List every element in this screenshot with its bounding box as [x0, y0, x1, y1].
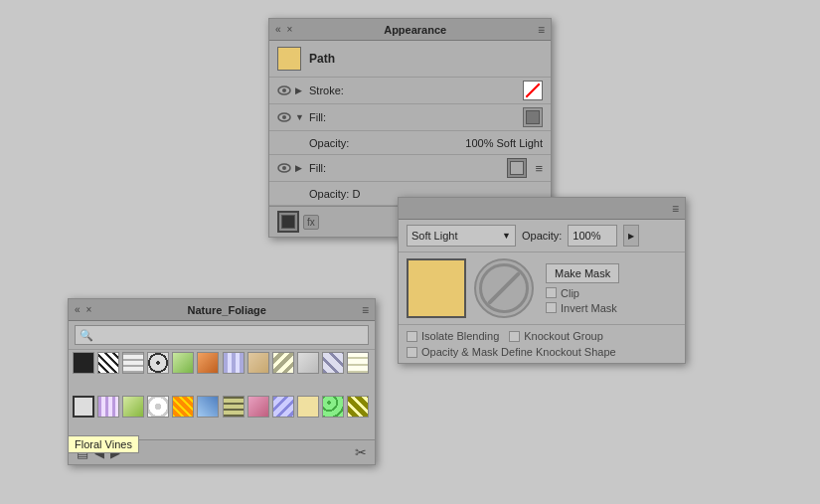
opacity-mask-label: Opacity & Mask Define Knockout Shape: [421, 346, 616, 358]
isolate-blending-checkbox[interactable]: [407, 331, 417, 342]
stroke-expand-arrow[interactable]: ▶: [295, 85, 305, 95]
pattern-item[interactable]: [147, 352, 169, 374]
stroke-visibility-icon[interactable]: [277, 85, 291, 95]
invert-mask-checkbox[interactable]: [546, 302, 557, 313]
pattern-item[interactable]: [97, 352, 119, 374]
blend-panel: ≡ Soft Light ▼ Opacity: 100% ▶ Make Mask…: [398, 197, 686, 364]
search-box[interactable]: 🔍: [75, 325, 369, 345]
blend-mode-row: Soft Light ▼ Opacity: 100% ▶: [399, 220, 685, 252]
pattern-item[interactable]: [122, 396, 144, 418]
search-icon: 🔍: [80, 329, 93, 342]
foliage-close-icon[interactable]: ×: [86, 304, 92, 315]
appearance-titlebar: « × Appearance ≡: [269, 19, 551, 41]
next-icon[interactable]: ▶: [110, 445, 120, 460]
fill-row-2[interactable]: ▶ Fill: ≡: [269, 155, 551, 182]
collapse-icon[interactable]: «: [275, 24, 281, 35]
fill-visibility-icon[interactable]: [277, 112, 291, 122]
blend-checkboxes: Isolate Blending Knockout Group Opacity …: [399, 325, 685, 363]
settings-icon[interactable]: ✂: [355, 444, 367, 460]
pattern-item[interactable]: [297, 352, 319, 374]
patterns-grid: [69, 350, 375, 439]
pattern-item[interactable]: [147, 396, 169, 418]
search-input[interactable]: [97, 329, 364, 341]
fill2-swatch[interactable]: [507, 158, 527, 178]
foliage-titlebar: « × Nature_Foliage ≡: [69, 299, 375, 321]
opacity-row: Opacity: 100% Soft Light: [269, 131, 551, 155]
fill2-expand-arrow[interactable]: ▶: [295, 163, 305, 173]
invert-mask-checkbox-row: Invert Mask: [546, 302, 619, 314]
pattern-item[interactable]: [97, 396, 119, 418]
mask-row: Make Mask Clip Invert Mask: [399, 252, 685, 325]
blend-panel-menu-icon[interactable]: ≡: [672, 202, 679, 216]
mask-options: Make Mask Clip Invert Mask: [546, 263, 619, 314]
make-mask-button[interactable]: Make Mask: [546, 263, 619, 283]
bottom-controls: fx: [277, 211, 319, 233]
clip-checkbox[interactable]: [546, 287, 557, 298]
foliage-titlebar-controls: « ×: [75, 304, 91, 315]
pattern-item[interactable]: [172, 352, 194, 374]
fill2-swatch-inner: [510, 161, 524, 175]
pattern-item[interactable]: [73, 352, 94, 374]
library-icon[interactable]: ▤: [77, 445, 88, 460]
appearance-header: Path: [269, 41, 551, 78]
transparency-panel-icon[interactable]: ≡: [535, 161, 543, 176]
opacity-mask-row: Opacity & Mask Define Knockout Shape: [407, 346, 677, 358]
blend-mode-dropdown-arrow[interactable]: ▼: [502, 231, 511, 241]
titlebar-controls: « ×: [275, 24, 292, 35]
pattern-item[interactable]: [197, 396, 219, 418]
path-label: Path: [309, 52, 335, 66]
svg-point-1: [282, 88, 286, 92]
foliage-menu-icon[interactable]: ≡: [362, 303, 369, 317]
fill2-visibility-icon[interactable]: [277, 163, 291, 173]
pattern-item[interactable]: [172, 396, 194, 418]
appearance-title: Appearance: [384, 24, 446, 36]
opacity-input-value: 100%: [573, 230, 600, 242]
pattern-item[interactable]: [347, 396, 369, 418]
pattern-item[interactable]: [297, 396, 319, 418]
blend-mode-select[interactable]: Soft Light ▼: [407, 225, 516, 247]
pattern-item[interactable]: [272, 396, 294, 418]
pattern-item[interactable]: [197, 352, 219, 374]
pattern-item[interactable]: [272, 352, 294, 374]
pattern-item[interactable]: [322, 352, 344, 374]
invert-mask-label: Invert Mask: [561, 302, 617, 314]
layer-thumbnail[interactable]: [277, 211, 299, 233]
foliage-collapse-icon[interactable]: «: [75, 304, 81, 315]
close-icon[interactable]: ×: [287, 24, 293, 35]
fill-swatch-inner: [526, 110, 540, 124]
knockout-group-label: Knockout Group: [524, 330, 603, 342]
pattern-item[interactable]: [122, 352, 144, 374]
opacity-arrow-btn[interactable]: ▶: [623, 225, 639, 247]
pattern-item-selected[interactable]: [73, 396, 94, 418]
appearance-menu-icon[interactable]: ≡: [538, 23, 545, 37]
opacity-label: Opacity:: [522, 230, 562, 242]
search-row: 🔍: [69, 321, 375, 350]
stroke-label: Stroke:: [309, 84, 519, 96]
opacity-mask-checkbox[interactable]: [407, 347, 417, 358]
pattern-item[interactable]: [223, 396, 245, 418]
pattern-item[interactable]: [223, 352, 245, 374]
clip-checkbox-row: Clip: [546, 287, 619, 299]
pattern-item[interactable]: [247, 352, 269, 374]
isolate-blending-label: Isolate Blending: [421, 330, 499, 342]
path-color-swatch[interactable]: [277, 47, 301, 71]
layer-thumbnail-inner: [281, 215, 295, 229]
fx-button[interactable]: fx: [303, 215, 319, 230]
foliage-title: Nature_Foliage: [187, 304, 265, 316]
svg-point-5: [282, 166, 286, 170]
pattern-item[interactable]: [347, 352, 369, 374]
footer-icons: ▤ ◀ ▶: [77, 445, 120, 460]
fill-swatch[interactable]: [523, 107, 543, 127]
blend-panel-header: ≡: [399, 198, 685, 220]
stroke-row[interactable]: ▶ Stroke:: [269, 78, 551, 104]
prev-icon[interactable]: ◀: [94, 445, 104, 460]
stroke-swatch[interactable]: [523, 81, 543, 100]
knockout-group-checkbox[interactable]: [509, 331, 520, 342]
fill-row[interactable]: ▼ Fill:: [269, 104, 551, 131]
mask-no-mask-icon: [474, 258, 534, 318]
pattern-item[interactable]: [247, 396, 269, 418]
opacity-label: Opacity:: [309, 137, 461, 149]
opacity-input[interactable]: 100%: [568, 225, 617, 247]
pattern-item[interactable]: [322, 396, 344, 418]
fill-expand-arrow[interactable]: ▼: [295, 112, 305, 122]
